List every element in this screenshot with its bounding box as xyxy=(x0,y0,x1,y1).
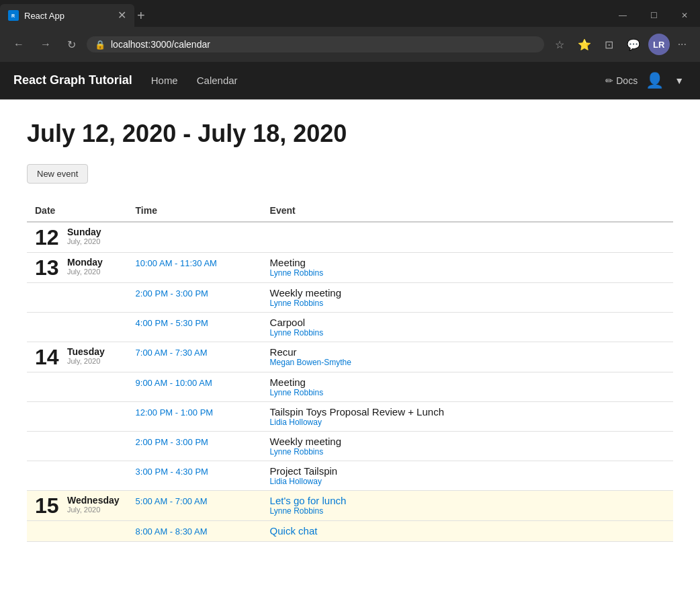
date-month: July, 2020 xyxy=(67,237,101,245)
new-event-button[interactable]: New event xyxy=(27,164,88,184)
date-dayname: Sunday xyxy=(67,227,101,237)
event-cell: Meeting Lynne Robbins xyxy=(262,372,673,402)
event-cell: Recur Megan Bowen-Smythe xyxy=(262,342,673,372)
toolbar-icons: ☆ ⭐ ⊡ 💬 LR ··· xyxy=(550,34,692,55)
date-month: July, 2020 xyxy=(67,268,103,276)
time-cell: 10:00 AM - 11:30 AM xyxy=(128,253,262,283)
forward-button[interactable]: → xyxy=(35,36,56,53)
address-input[interactable] xyxy=(111,39,536,50)
event-cell: Tailspin Toys Proposal Review + Lunch Li… xyxy=(262,402,673,432)
date-dayname: Tuesday xyxy=(67,346,105,357)
page-heading: July 12, 2020 - July 18, 2020 xyxy=(27,120,673,148)
date-number: 15 xyxy=(35,495,62,516)
docs-link[interactable]: ✏ Docs xyxy=(605,75,638,86)
date-number: 14 xyxy=(35,346,62,368)
time-text: 10:00 AM - 11:30 AM xyxy=(136,258,217,268)
user-dropdown-button[interactable]: ▼ xyxy=(672,73,687,89)
address-bar: ← → ↻ 🔒 ☆ ⭐ ⊡ 💬 LR ··· xyxy=(0,27,700,62)
nav-right: ✏ Docs 👤 ▼ xyxy=(605,69,687,92)
minimize-button[interactable]: — xyxy=(607,4,638,27)
more-button[interactable]: ··· xyxy=(672,36,692,53)
nav-link-calendar[interactable]: Calendar xyxy=(189,71,246,90)
event-name: Weekly meeting xyxy=(270,287,665,299)
date-cell xyxy=(27,283,128,313)
table-row: 14 Tuesday July, 2020 7:00 AM - 7:30 AM … xyxy=(27,342,673,372)
split-button[interactable]: ⊡ xyxy=(599,36,619,54)
close-window-button[interactable]: ✕ xyxy=(669,4,700,27)
tab-close-button[interactable]: ✕ xyxy=(118,10,126,21)
collections-button[interactable]: ⭐ xyxy=(572,36,597,54)
date-cell xyxy=(27,521,128,542)
user-icon: 👤 xyxy=(646,72,664,89)
maximize-button[interactable]: ☐ xyxy=(638,4,669,27)
address-input-wrap[interactable]: 🔒 xyxy=(87,36,544,52)
event-organizer: Lynne Robbins xyxy=(270,299,665,308)
date-number: 12 xyxy=(35,227,62,248)
app-navbar: React Graph Tutorial Home Calendar ✏ Doc… xyxy=(0,62,700,100)
table-row: 2:00 PM - 3:00 PM Weekly meeting Lynne R… xyxy=(27,432,673,461)
back-button[interactable]: ← xyxy=(8,36,30,53)
date-cell xyxy=(27,432,128,461)
event-cell: Carpool Lynne Robbins xyxy=(262,313,673,342)
time-text: 9:00 AM - 10:00 AM xyxy=(136,378,212,388)
col-header-event: Event xyxy=(262,200,673,222)
time-text: 4:00 PM - 5:30 PM xyxy=(136,318,208,328)
time-text: 2:00 PM - 3:00 PM xyxy=(136,437,208,447)
table-row: 3:00 PM - 4:30 PM Project Tailspin Lidia… xyxy=(27,461,673,491)
date-cell xyxy=(27,461,128,491)
event-name: Quick chat xyxy=(270,525,665,537)
window-controls: — ☐ ✕ xyxy=(607,4,700,27)
date-display: 12 Sunday July, 2020 xyxy=(35,227,120,248)
event-cell xyxy=(262,222,673,253)
event-name: Let's go for lunch xyxy=(270,495,665,506)
time-cell: 12:00 PM - 1:00 PM xyxy=(128,402,262,432)
browser-chrome: R React App ✕ + — ☐ ✕ ← → ↻ 🔒 ☆ ⭐ ⊡ 💬 LR… xyxy=(0,0,700,62)
app-title: React Graph Tutorial xyxy=(13,73,132,87)
event-name: Project Tailspin xyxy=(270,465,665,477)
date-cell xyxy=(27,372,128,402)
table-row: 12 Sunday July, 2020 xyxy=(27,222,673,253)
date-dayname: Monday xyxy=(67,257,103,268)
event-name: Weekly meeting xyxy=(270,436,665,447)
time-text: 3:00 PM - 4:30 PM xyxy=(136,467,208,477)
time-cell: 2:00 PM - 3:00 PM xyxy=(128,283,262,313)
time-cell: 8:00 AM - 8:30 AM xyxy=(128,521,262,542)
date-cell: 13 Monday July, 2020 xyxy=(27,253,128,283)
event-organizer: Lynne Robbins xyxy=(270,388,665,397)
date-display: 13 Monday July, 2020 xyxy=(35,257,120,278)
time-cell: 4:00 PM - 5:30 PM xyxy=(128,313,262,342)
refresh-button[interactable]: ↻ xyxy=(62,36,81,54)
date-display: 15 Wednesday July, 2020 xyxy=(35,495,120,516)
date-month: July, 2020 xyxy=(67,357,105,365)
event-organizer: Lynne Robbins xyxy=(270,268,665,278)
event-cell: Weekly meeting Lynne Robbins xyxy=(262,283,673,313)
date-month: July, 2020 xyxy=(67,506,120,514)
user-icon-button[interactable]: 👤 xyxy=(643,69,666,92)
date-info: Tuesday July, 2020 xyxy=(67,346,105,365)
lock-icon: 🔒 xyxy=(95,40,105,50)
browser-tab[interactable]: R React App ✕ xyxy=(0,4,134,27)
avatar[interactable]: LR xyxy=(648,34,670,55)
event-name: Meeting xyxy=(270,257,665,268)
new-tab-button[interactable]: + xyxy=(137,8,145,24)
col-header-date: Date xyxy=(27,200,128,222)
time-text: 2:00 PM - 3:00 PM xyxy=(136,288,208,299)
time-cell: 2:00 PM - 3:00 PM xyxy=(128,432,262,461)
date-number: 13 xyxy=(35,257,62,278)
nav-link-home[interactable]: Home xyxy=(143,71,186,90)
table-row: 2:00 PM - 3:00 PM Weekly meeting Lynne R… xyxy=(27,283,673,313)
feedback-button[interactable]: 💬 xyxy=(621,36,646,54)
event-cell: Weekly meeting Lynne Robbins xyxy=(262,432,673,461)
event-name: Recur xyxy=(270,346,665,358)
event-cell: Meeting Lynne Robbins xyxy=(262,253,673,283)
event-organizer: Lynne Robbins xyxy=(270,447,665,457)
event-organizer: Lidia Holloway xyxy=(270,418,665,427)
event-organizer: Lynne Robbins xyxy=(270,506,665,516)
date-info: Wednesday July, 2020 xyxy=(67,495,120,514)
date-display: 14 Tuesday July, 2020 xyxy=(35,346,120,368)
bookmark-button[interactable]: ☆ xyxy=(550,36,570,54)
time-cell: 7:00 AM - 7:30 AM xyxy=(128,342,262,372)
event-cell: Quick chat xyxy=(262,521,673,542)
tab-title: React App xyxy=(24,11,112,21)
favicon: R xyxy=(8,10,19,21)
